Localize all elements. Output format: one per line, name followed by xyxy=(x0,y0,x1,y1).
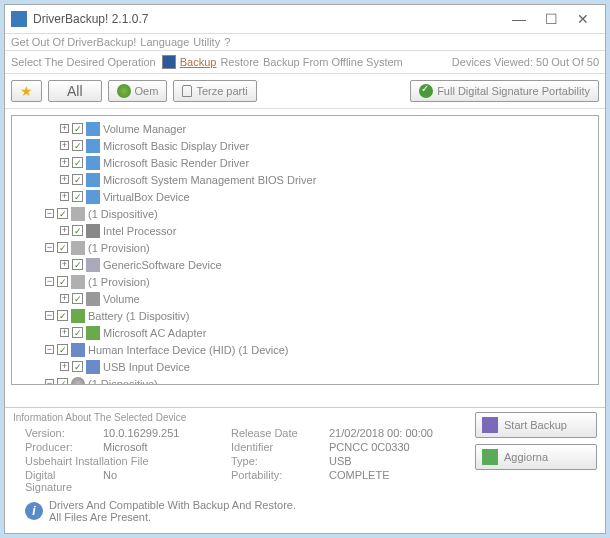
checkbox[interactable]: ✓ xyxy=(72,140,83,151)
compat-line1: Drivers And Compatible With Backup And R… xyxy=(49,499,296,511)
checkbox[interactable]: ✓ xyxy=(57,276,68,287)
checkbox[interactable]: ✓ xyxy=(57,208,68,219)
app-icon xyxy=(11,11,27,27)
expand-icon[interactable]: + xyxy=(60,141,69,150)
tree-label: GenericSoftware Device xyxy=(103,259,222,271)
tree-label: Volume Manager xyxy=(103,123,186,135)
expand-icon[interactable]: + xyxy=(60,260,69,269)
expand-icon[interactable]: + xyxy=(60,124,69,133)
release-label: Release Date xyxy=(231,427,321,439)
tree-container: +✓Volume Manager+✓Microsoft Basic Displa… xyxy=(5,109,605,407)
device-icon xyxy=(86,224,100,238)
expand-icon[interactable]: + xyxy=(60,226,69,235)
tree-row[interactable]: +✓Microsoft AC Adapter xyxy=(20,324,590,341)
info-panel: Information About The Selected Device Ve… xyxy=(5,407,605,533)
producer-value: Microsoft xyxy=(103,441,223,453)
producer-label: Producer: xyxy=(25,441,95,453)
filter-oem[interactable]: Oem xyxy=(108,80,168,102)
filter-signature[interactable]: Full Digital Signature Portability xyxy=(410,80,599,102)
device-icon xyxy=(86,156,100,170)
device-tree[interactable]: +✓Volume Manager+✓Microsoft Basic Displa… xyxy=(11,115,599,385)
minimize-button[interactable]: — xyxy=(503,9,535,29)
globe-icon xyxy=(117,84,131,98)
checkbox[interactable]: ✓ xyxy=(72,293,83,304)
expand-icon[interactable]: − xyxy=(45,277,54,286)
version-value: 10.0.16299.251 xyxy=(103,427,223,439)
checkbox[interactable]: ✓ xyxy=(72,361,83,372)
start-backup-button[interactable]: Start Backup xyxy=(475,412,597,438)
checkbox[interactable]: ✓ xyxy=(72,123,83,134)
tree-row[interactable]: +✓Volume xyxy=(20,290,590,307)
close-button[interactable]: ✕ xyxy=(567,9,599,29)
expand-icon[interactable]: − xyxy=(45,345,54,354)
expand-icon[interactable]: − xyxy=(45,379,54,385)
type-label: Type: xyxy=(231,455,321,467)
tree-label: (1 Dispositive) xyxy=(88,378,158,386)
checkbox[interactable]: ✓ xyxy=(72,327,83,338)
device-icon xyxy=(71,377,85,386)
checkbox[interactable]: ✓ xyxy=(57,310,68,321)
checkbox[interactable]: ✓ xyxy=(57,242,68,253)
checkbox[interactable]: ✓ xyxy=(72,157,83,168)
tree-row[interactable]: +✓Microsoft System Management BIOS Drive… xyxy=(20,171,590,188)
checkbox[interactable]: ✓ xyxy=(72,225,83,236)
checkbox[interactable]: ✓ xyxy=(57,344,68,355)
tree-row[interactable]: −✓Human Interface Device (HID) (1 Device… xyxy=(20,341,590,358)
menu-utility[interactable]: Utility xyxy=(193,36,220,48)
checkbox[interactable]: ✓ xyxy=(72,259,83,270)
expand-icon[interactable]: + xyxy=(60,328,69,337)
tree-row[interactable]: +✓Intel Processor xyxy=(20,222,590,239)
tree-row[interactable]: −✓Battery (1 Dispositiv) xyxy=(20,307,590,324)
tree-row[interactable]: −✓(1 Dispositive) xyxy=(20,205,590,222)
tree-label: Human Interface Device (HID) (1 Device) xyxy=(88,344,289,356)
tree-label: (1 Provision) xyxy=(88,242,150,254)
star-icon: ★ xyxy=(20,83,33,99)
maximize-button[interactable]: ☐ xyxy=(535,9,567,29)
menu-help[interactable]: ? xyxy=(224,36,230,48)
op-restore[interactable]: Restore xyxy=(220,56,259,68)
tree-row[interactable]: −✓(1 Provision) xyxy=(20,273,590,290)
tree-label: Microsoft Basic Render Driver xyxy=(103,157,249,169)
device-icon xyxy=(86,258,100,272)
device-icon xyxy=(71,343,85,357)
tree-row[interactable]: +✓GenericSoftware Device xyxy=(20,256,590,273)
expand-icon[interactable]: + xyxy=(60,362,69,371)
filter-favorites[interactable]: ★ xyxy=(11,80,42,102)
checkbox[interactable]: ✓ xyxy=(72,174,83,185)
operation-label: Select The Desired Operation xyxy=(11,56,156,68)
tree-row[interactable]: +✓VirtualBox Device xyxy=(20,188,590,205)
tree-row[interactable]: +✓USB Input Device xyxy=(20,358,590,375)
expand-icon[interactable]: − xyxy=(45,243,54,252)
info-icon: i xyxy=(25,502,43,520)
tree-label: Intel Processor xyxy=(103,225,176,237)
expand-icon[interactable]: − xyxy=(45,209,54,218)
menu-exit[interactable]: Get Out Of DriverBackup! xyxy=(11,36,136,48)
tree-label: VirtualBox Device xyxy=(103,191,190,203)
checkbox[interactable]: ✓ xyxy=(72,191,83,202)
tree-row[interactable]: +✓Microsoft Basic Display Driver xyxy=(20,137,590,154)
identifier-label: Identifier xyxy=(231,441,321,453)
expand-icon[interactable]: + xyxy=(60,294,69,303)
tree-label: (1 Dispositive) xyxy=(88,208,158,220)
tree-row[interactable]: +✓Volume Manager xyxy=(20,120,590,137)
expand-icon[interactable]: + xyxy=(60,192,69,201)
titlebar: DriverBackup! 2.1.0.7 — ☐ ✕ xyxy=(5,5,605,34)
device-icon xyxy=(86,326,100,340)
filter-all[interactable]: All xyxy=(48,80,102,102)
backup-icon xyxy=(482,417,498,433)
device-icon xyxy=(71,241,85,255)
tree-row[interactable]: +✓Microsoft Basic Render Driver xyxy=(20,154,590,171)
menu-language[interactable]: Language xyxy=(140,36,189,48)
expand-icon[interactable]: + xyxy=(60,158,69,167)
op-backup[interactable]: Backup xyxy=(180,56,217,68)
checkbox[interactable]: ✓ xyxy=(57,378,68,385)
expand-icon[interactable]: + xyxy=(60,175,69,184)
filter-third-party[interactable]: Terze parti xyxy=(173,80,256,102)
version-label: Version: xyxy=(25,427,95,439)
tree-row[interactable]: −✓(1 Provision) xyxy=(20,239,590,256)
device-icon xyxy=(71,309,85,323)
expand-icon[interactable]: − xyxy=(45,311,54,320)
update-button[interactable]: Aggiorna xyxy=(475,444,597,470)
op-offline[interactable]: Backup From Offline System xyxy=(263,56,403,68)
tree-row[interactable]: −✓(1 Dispositive) xyxy=(20,375,590,385)
